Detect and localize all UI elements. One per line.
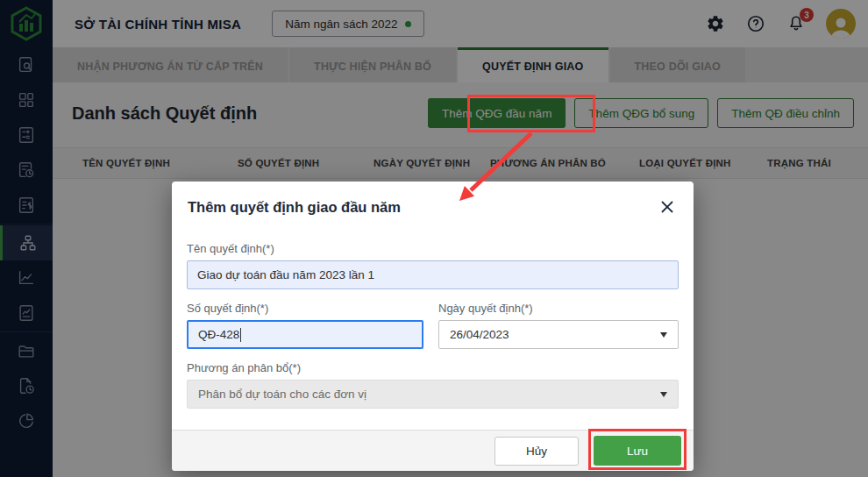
close-icon (660, 200, 674, 214)
modal-title: Thêm quyết định giao đầu năm (188, 199, 401, 216)
field-decision-name: Tên quyết định(*) Giao dự toán đầu năm 2… (187, 242, 679, 289)
decision-number-label: Số quyết định(*) (187, 302, 423, 315)
chevron-down-icon (660, 332, 667, 338)
add-decision-modal: Thêm quyết định giao đầu năm Tên quyết đ… (172, 182, 694, 471)
modal-footer: Hủy Lưu (172, 430, 694, 471)
app-window: SỞ TÀI CHÍNH TỈNH MISA Năm ngân sách 202… (0, 0, 868, 477)
field-decision-number: Số quyết định(*) QĐ-428 (187, 302, 423, 349)
allocation-plan-label: Phương án phân bổ(*) (187, 361, 679, 374)
field-decision-date: Ngày quyết định(*) 26/04/2023 (438, 302, 679, 349)
decision-name-label: Tên quyết định(*) (187, 242, 679, 255)
modal-body: Tên quyết định(*) Giao dự toán đầu năm 2… (172, 223, 694, 409)
modal-header: Thêm quyết định giao đầu năm (172, 182, 694, 223)
allocation-plan-value: Phân bổ dự toán cho các đơn vị (198, 388, 366, 401)
decision-name-input[interactable]: Giao dự toán đầu năm 2023 lần 1 (187, 260, 679, 289)
decision-date-label: Ngày quyết định(*) (438, 302, 679, 315)
decision-date-picker[interactable]: 26/04/2023 (438, 320, 679, 349)
text-cursor (240, 328, 241, 342)
field-row-number-date: Số quyết định(*) QĐ-428 Ngày quyết định(… (187, 302, 679, 349)
chevron-down-icon (660, 392, 667, 397)
decision-number-input[interactable]: QĐ-428 (187, 320, 423, 349)
cancel-button[interactable]: Hủy (494, 437, 579, 466)
decision-name-value: Giao dự toán đầu năm 2023 lần 1 (197, 268, 374, 281)
field-allocation-plan: Phương án phân bổ(*) Phân bổ dự toán cho… (187, 361, 679, 409)
save-button[interactable]: Lưu (594, 436, 681, 466)
decision-number-value: QĐ-428 (198, 328, 239, 341)
allocation-plan-select[interactable]: Phân bổ dự toán cho các đơn vị (187, 380, 679, 409)
modal-close-button[interactable] (658, 198, 676, 216)
decision-date-value: 26/04/2023 (450, 328, 509, 341)
